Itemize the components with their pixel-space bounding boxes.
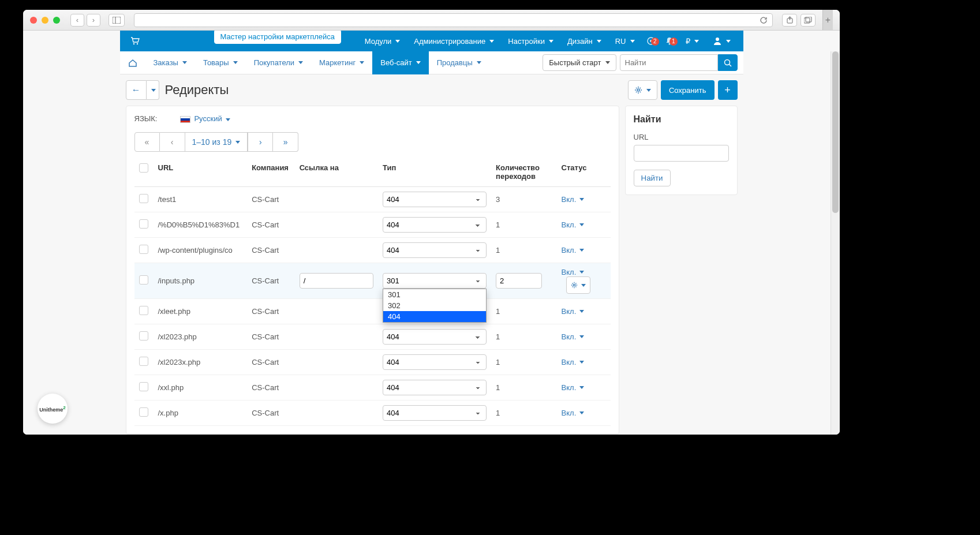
pager-prev[interactable]: ‹: [160, 132, 185, 152]
notifications-icon[interactable]: 2: [643, 36, 659, 46]
row-checkbox[interactable]: [139, 331, 148, 341]
quick-start-button[interactable]: Быстрый старт: [543, 54, 616, 71]
nav-customers[interactable]: Покупатели: [246, 51, 311, 74]
scrollbar[interactable]: [831, 51, 840, 435]
pager-last[interactable]: »: [273, 132, 298, 152]
pager-range[interactable]: 1–10 из 19: [185, 132, 248, 152]
nav-website[interactable]: Веб-сайт: [372, 51, 428, 74]
svg-rect-4: [806, 17, 811, 22]
type-select[interactable]: 404: [383, 217, 487, 233]
status-toggle[interactable]: Вкл.: [562, 268, 585, 276]
hits-value: 1: [496, 383, 500, 392]
add-button[interactable]: +: [718, 80, 738, 100]
type-select[interactable]: 404: [383, 242, 487, 258]
url-cell: /inputs.php: [158, 276, 195, 285]
nav-orders[interactable]: Заказы: [145, 51, 195, 74]
new-tab-button[interactable]: +: [822, 10, 833, 30]
top-item-admin[interactable]: Администрирование: [408, 31, 500, 51]
row-checkbox[interactable]: [139, 382, 148, 391]
svg-rect-0: [113, 17, 121, 24]
side-find-button[interactable]: Найти: [634, 170, 671, 186]
search-input[interactable]: [620, 54, 718, 71]
chrome-actions: [782, 14, 816, 27]
company-cell: CS-Cart: [252, 383, 279, 392]
hits-value: 1: [496, 332, 500, 341]
nav-marketing[interactable]: Маркетинг: [311, 51, 372, 74]
back-page-button[interactable]: ←: [126, 80, 147, 100]
type-select[interactable]: 404: [383, 380, 487, 395]
reload-icon[interactable]: [760, 16, 768, 24]
table-row: /%D0%B5%D1%83%D1 CS-Cart 404 1 Вкл.: [134, 212, 611, 238]
back-page-dropdown[interactable]: [147, 80, 159, 100]
status-toggle[interactable]: Вкл.: [562, 409, 585, 417]
pager-next[interactable]: ›: [248, 132, 273, 152]
url-cell: /xl2023x.php: [158, 358, 201, 366]
save-button[interactable]: Сохранить: [661, 80, 715, 100]
row-checkbox[interactable]: [139, 306, 148, 315]
share-icon[interactable]: [782, 14, 797, 27]
status-toggle[interactable]: Вкл.: [562, 332, 585, 341]
bell-icon[interactable]: 1: [661, 36, 678, 46]
top-item-modules[interactable]: Модули: [359, 31, 406, 51]
scrollbar-thumb[interactable]: [832, 51, 839, 213]
svg-point-5: [133, 43, 134, 44]
browser-titlebar: ‹ › +: [23, 10, 840, 31]
dropdown-option[interactable]: 404: [383, 311, 486, 322]
type-select[interactable]: 404: [383, 354, 487, 370]
flag-ru-icon: [180, 116, 190, 123]
row-checkbox[interactable]: [139, 245, 148, 254]
language-picker[interactable]: Русский: [180, 114, 230, 123]
status-toggle[interactable]: Вкл.: [562, 220, 585, 229]
col-linkto: Ссылка на: [295, 158, 378, 187]
top-item-lang[interactable]: RU: [609, 31, 641, 51]
row-checkbox[interactable]: [139, 219, 148, 229]
nav-products[interactable]: Товары: [195, 51, 246, 74]
row-checkbox[interactable]: [139, 194, 148, 203]
select-all-checkbox[interactable]: [139, 163, 148, 173]
pager-first[interactable]: «: [134, 132, 160, 152]
storefront-icon[interactable]: [130, 37, 140, 45]
top-item-user[interactable]: [707, 31, 736, 51]
row-checkbox[interactable]: [139, 357, 148, 366]
type-select[interactable]: 404: [383, 329, 487, 345]
status-toggle[interactable]: Вкл.: [562, 383, 585, 392]
col-hits: Количество переходов: [491, 158, 556, 187]
setup-wizard-badge[interactable]: Мастер настройки маркетплейса: [214, 31, 342, 44]
status-toggle[interactable]: Вкл.: [562, 246, 585, 255]
row-gear-button[interactable]: [566, 276, 590, 294]
link-input[interactable]: [300, 273, 373, 289]
window-minimize-icon[interactable]: [42, 17, 48, 24]
page-gear-button[interactable]: [628, 80, 657, 100]
top-item-design[interactable]: Дизайн: [562, 31, 607, 51]
unitheme-logo[interactable]: Unitheme2: [38, 394, 68, 424]
top-item-settings[interactable]: Настройки: [502, 31, 559, 51]
back-button[interactable]: ‹: [70, 14, 84, 27]
url-cell: /xl2023.php: [158, 332, 197, 341]
side-url-input[interactable]: [634, 145, 729, 162]
status-toggle[interactable]: Вкл.: [562, 307, 585, 316]
type-dropdown-listbox[interactable]: 301302404: [383, 289, 487, 323]
type-select[interactable]: 404: [383, 192, 487, 207]
row-checkbox[interactable]: [139, 275, 148, 285]
forward-button[interactable]: ›: [87, 14, 100, 27]
hits-value: 1: [496, 246, 500, 255]
hits-input[interactable]: [496, 273, 542, 289]
status-toggle[interactable]: Вкл.: [562, 195, 585, 204]
type-select[interactable]: 404: [383, 405, 487, 421]
url-bar[interactable]: [134, 13, 773, 27]
tabs-icon[interactable]: [801, 14, 816, 27]
row-checkbox[interactable]: [139, 407, 148, 417]
search-button[interactable]: [718, 54, 738, 71]
sidebar-toggle-icon[interactable]: [109, 14, 125, 27]
type-select[interactable]: 301: [383, 273, 487, 289]
dropdown-option[interactable]: 302: [383, 300, 486, 311]
nav-home[interactable]: [120, 51, 145, 74]
top-item-currency[interactable]: ₽: [680, 31, 705, 51]
url-cell: /wp-content/plugins/co: [158, 246, 233, 255]
page-title: Редиректы: [165, 83, 229, 98]
window-zoom-icon[interactable]: [53, 17, 60, 24]
dropdown-option[interactable]: 301: [383, 289, 486, 300]
window-close-icon[interactable]: [30, 17, 37, 24]
status-toggle[interactable]: Вкл.: [562, 358, 585, 366]
nav-vendors[interactable]: Продавцы: [429, 51, 489, 74]
